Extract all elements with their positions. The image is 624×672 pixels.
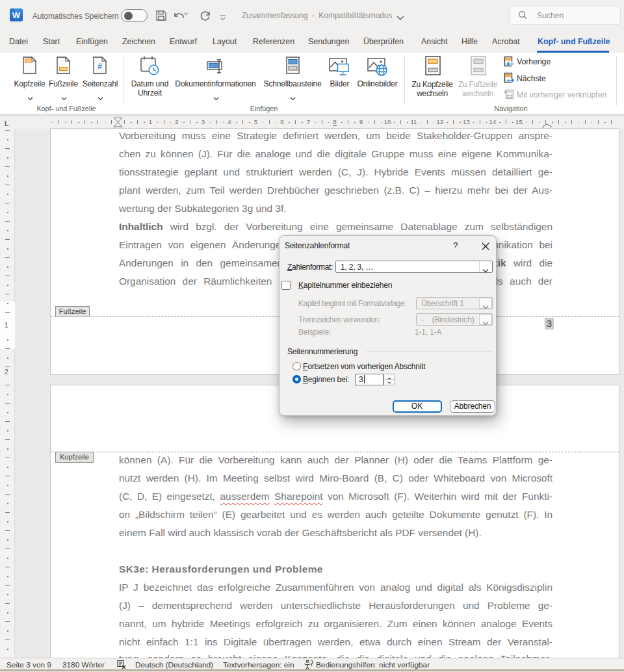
svg-text:W: W (12, 10, 21, 20)
svg-text:#: # (98, 61, 102, 70)
